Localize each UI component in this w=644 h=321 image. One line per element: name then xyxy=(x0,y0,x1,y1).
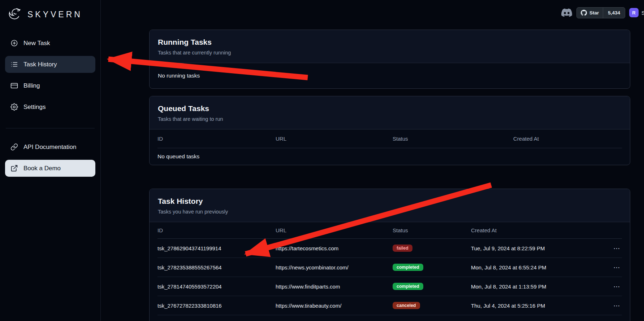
task-url: https://news.ycombinator.com/ xyxy=(276,264,393,271)
github-icon xyxy=(581,10,587,16)
column-header-id: ID xyxy=(157,136,276,142)
sidebar-item-label: New Task xyxy=(23,40,50,47)
table-row[interactable]: tsk_278235388555267564 https://news.ycom… xyxy=(157,258,622,277)
sidebar-item-label: Billing xyxy=(23,82,40,89)
sidebar-item-new-task[interactable]: New Task xyxy=(5,35,95,52)
task-url: https://www.finditparts.com xyxy=(276,283,393,290)
task-id: tsk_278235388555267564 xyxy=(157,264,276,271)
task-created-at: Mon, Jul 8, 2024 at 1:13:59 PM xyxy=(471,283,607,290)
brand-logo[interactable]: SKYVERN xyxy=(5,6,95,24)
sidebar-item-settings[interactable]: Settings xyxy=(5,98,95,115)
github-star-widget[interactable]: Star 5,434 xyxy=(576,7,625,18)
sidebar-item-label: Book a Demo xyxy=(23,165,61,172)
column-header-status: Status xyxy=(393,136,513,142)
card-title: Task History xyxy=(158,197,622,206)
sidebar-item-billing[interactable]: Billing xyxy=(5,77,95,94)
table-header-row: ID URL Status Created At xyxy=(157,129,622,148)
user-avatar[interactable]: R xyxy=(629,8,639,17)
table-row[interactable]: tsk_278147405593572204 https://www.findi… xyxy=(157,277,622,296)
sidebar-divider xyxy=(6,128,95,128)
sidebar-item-task-history[interactable]: Task History xyxy=(5,56,95,73)
row-actions-button[interactable]: ⋯ xyxy=(612,282,622,291)
skyvern-app: { "brand": { "name": "SKYVERN" }, "sideb… xyxy=(0,0,644,321)
row-actions-button[interactable]: ⋯ xyxy=(612,263,622,272)
task-history-header: Task History Tasks you have run previous… xyxy=(150,189,630,222)
github-star-count: 5,434 xyxy=(603,8,625,18)
card-subtitle: Tasks that are currently running xyxy=(158,50,622,56)
queued-tasks-card: Queued Tasks Tasks that are waiting to r… xyxy=(149,96,630,165)
status-badge: completed xyxy=(393,283,423,290)
queued-tasks-header: Queued Tasks Tasks that are waiting to r… xyxy=(150,96,630,129)
card-subtitle: Tasks you have run previously xyxy=(158,209,622,215)
task-id: tsk_276727822333810816 xyxy=(157,303,276,309)
skyvern-dragon-icon xyxy=(7,6,23,22)
task-created-at: Mon, Jul 8, 2024 at 6:55:24 PM xyxy=(471,264,607,271)
column-header-created-at: Created At xyxy=(513,136,622,142)
row-actions-button[interactable]: ⋯ xyxy=(612,301,622,310)
sidebar-nav: New Task Task History Billing Settings A… xyxy=(5,35,95,177)
discord-icon[interactable] xyxy=(561,7,573,18)
task-id: tsk_278629043741199914 xyxy=(157,245,276,251)
book-a-demo-button[interactable]: Book a Demo xyxy=(5,160,95,177)
list-icon xyxy=(10,61,18,68)
card-title: Running Tasks xyxy=(158,38,622,47)
brand-name: SKYVERN xyxy=(27,10,82,19)
card-subtitle: Tasks that are waiting to run xyxy=(158,116,622,122)
task-history-card: Task History Tasks you have run previous… xyxy=(149,189,630,321)
topbar: Star 5,434 R S xyxy=(101,6,644,21)
github-star-label: Star xyxy=(589,10,599,16)
task-id: tsk_278147405593572204 xyxy=(157,283,276,290)
column-header-id: ID xyxy=(157,227,276,233)
sidebar-item-api-documentation[interactable]: API Documentation xyxy=(5,138,95,155)
status-badge: completed xyxy=(393,264,423,271)
gear-icon xyxy=(10,103,18,111)
column-header-status: Status xyxy=(393,227,471,233)
task-history-table: ID URL Status Created At tsk_27862904374… xyxy=(157,222,622,321)
external-link-icon xyxy=(10,164,18,172)
sidebar-item-label: Settings xyxy=(23,104,46,111)
sidebar-item-label: Task History xyxy=(23,61,57,68)
running-tasks-header: Running Tasks Tasks that are currently r… xyxy=(150,30,630,63)
task-url: https://www.tirabeauty.com/ xyxy=(276,303,393,309)
task-created-at: Thu, Jul 4, 2024 at 5:25:16 PM xyxy=(471,303,607,309)
credit-card-icon xyxy=(10,82,18,89)
sidebar: SKYVERN New Task Task History Billing Se… xyxy=(0,0,101,321)
status-badge: canceled xyxy=(393,302,420,309)
sidebar-item-label: API Documentation xyxy=(23,144,76,151)
user-name: S xyxy=(641,10,644,16)
table-row[interactable]: tsk_278629043741199914 https://tartecosm… xyxy=(157,239,622,258)
table-row[interactable]: tsk_274180139292204058 https://www.geico… xyxy=(157,315,622,321)
column-header-url: URL xyxy=(276,136,393,142)
queued-tasks-empty: No queued tasks xyxy=(157,148,622,165)
table-row[interactable]: tsk_276727822333810816 https://www.tirab… xyxy=(157,296,622,315)
running-tasks-empty: No running tasks xyxy=(150,63,630,88)
task-url: https://tartecosmetics.com xyxy=(276,245,393,251)
queued-tasks-table: ID URL Status Created At No queued tasks xyxy=(157,129,622,165)
table-header-row: ID URL Status Created At xyxy=(157,222,622,239)
status-badge: failed xyxy=(393,245,412,252)
column-header-url: URL xyxy=(276,227,393,233)
column-header-created-at: Created At xyxy=(471,227,607,233)
link-icon xyxy=(10,143,18,151)
main-content: Running Tasks Tasks that are currently r… xyxy=(149,30,630,321)
card-title: Queued Tasks xyxy=(158,104,622,113)
row-actions-button[interactable]: ⋯ xyxy=(612,244,622,253)
running-tasks-card: Running Tasks Tasks that are currently r… xyxy=(149,30,630,89)
task-created-at: Tue, Jul 9, 2024 at 8:22:59 PM xyxy=(471,245,607,251)
plus-circle-icon xyxy=(10,39,18,47)
